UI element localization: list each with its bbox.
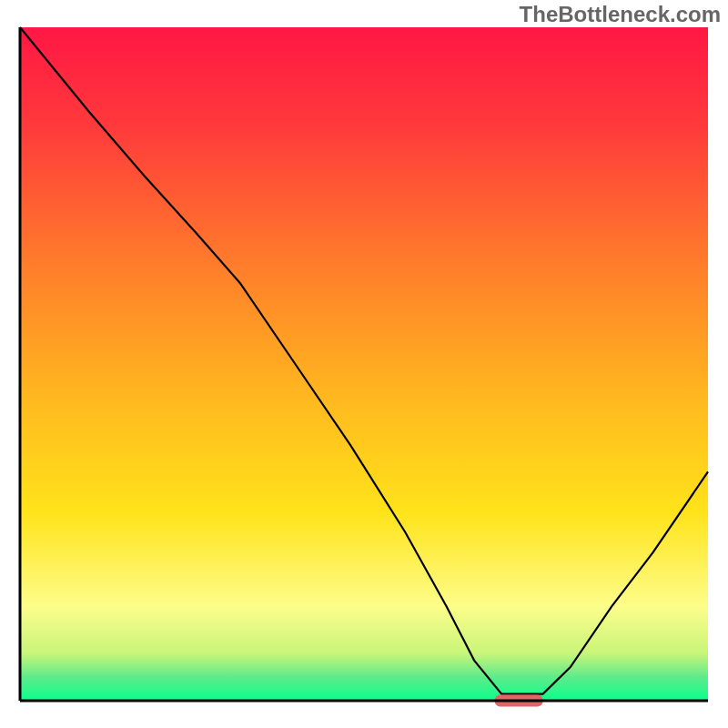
watermark-label: TheBottleneck.com: [520, 2, 721, 27]
bottleneck-chart: [0, 0, 728, 728]
chart-container: TheBottleneck.com: [0, 0, 728, 728]
plot-background: [20, 27, 708, 701]
